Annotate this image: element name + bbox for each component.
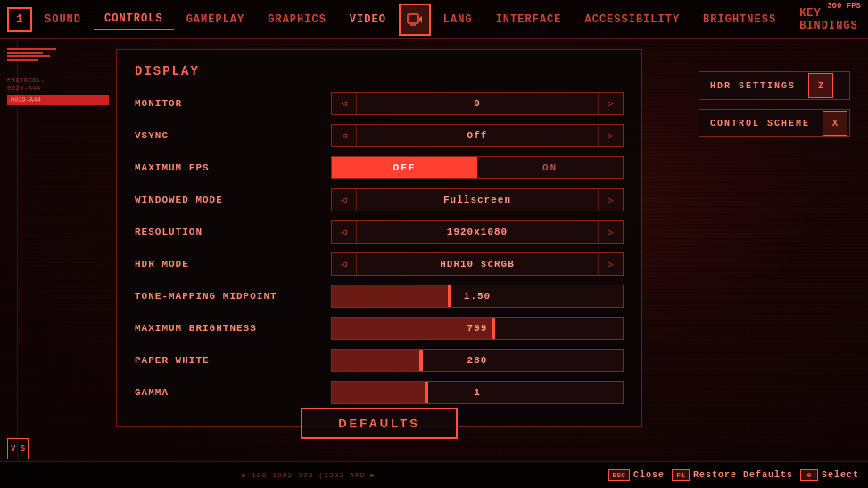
setting-label-windowed: Windowed Mode — [135, 194, 331, 205]
hdr-settings-key: Z — [808, 73, 833, 98]
restore-key: F1 — [672, 469, 690, 481]
setting-label-monitor: Monitor — [135, 98, 331, 109]
resolution-control[interactable]: ◁ 1920x1080 ▷ — [331, 220, 624, 244]
setting-row-tonemapping: Tone-Mapping Midpoint 1.50 — [135, 284, 624, 309]
hdrmode-next[interactable]: ▷ — [598, 253, 623, 275]
vsync-prev[interactable]: ◁ — [332, 125, 357, 146]
windowed-control[interactable]: ◁ Fullscreen ▷ — [331, 188, 624, 211]
left-highlight: 0029-A44 — [7, 95, 109, 105]
nav-item-accessibility[interactable]: ACCESSIBILITY — [574, 10, 690, 29]
hdrmode-control[interactable]: ◁ HDR10 scRGB ▷ — [331, 252, 624, 276]
gamma-slider[interactable]: 1 — [331, 381, 624, 404]
svg-rect-0 — [408, 14, 418, 23]
hdrmode-prev[interactable]: ◁ — [332, 253, 357, 275]
setting-row-paperwhite: Paper White 280 — [135, 348, 624, 373]
defaults-button[interactable]: DEFAULTS — [301, 408, 458, 439]
nav-btn-1[interactable]: 1 — [7, 7, 32, 32]
vsync-next[interactable]: ▷ — [598, 125, 623, 146]
select-key: ⊕ — [800, 469, 818, 481]
setting-label-resolution: Resolution — [135, 227, 331, 237]
nav-item-lang[interactable]: LANG — [433, 10, 484, 29]
hdrmode-value: HDR10 scRGB — [357, 259, 598, 269]
left-code: 0029-A44 — [7, 85, 109, 93]
left-bottom-icon: V S — [7, 438, 29, 459]
panel-title: Display — [135, 64, 624, 79]
nav-item-sound[interactable]: SOUND — [34, 10, 92, 29]
close-key: ESC — [608, 469, 630, 481]
setting-label-vsync: VSync — [135, 130, 331, 141]
nav-item-interface[interactable]: INTERFACE — [485, 10, 573, 29]
nav-item-controls[interactable]: CONTROLS — [94, 9, 174, 30]
setting-row-gamma: Gamma 1 — [135, 380, 624, 405]
select-action[interactable]: ⊕ Select — [800, 469, 859, 481]
resolution-value: 1920x1080 — [357, 227, 598, 237]
top-nav: 1 SOUND CONTROLS GAMEPLAY GRAPHICS VIDEO… — [0, 0, 868, 39]
windowed-prev[interactable]: ◁ — [332, 189, 357, 211]
setting-label-brightness: Maximum Brightness — [135, 323, 331, 334]
maxfps-on[interactable]: ON — [477, 157, 623, 178]
bottom-bar: ◆ 100 1992 293 (2232 AFD ▶ ESC Close F1 … — [0, 461, 868, 488]
setting-label-tonemapping: Tone-Mapping Midpoint — [135, 291, 331, 302]
setting-row-brightness: Maximum Brightness 799 — [135, 316, 624, 341]
resolution-prev[interactable]: ◁ — [332, 221, 357, 243]
nav-video-icon[interactable] — [399, 4, 431, 36]
brightness-slider[interactable]: 799 — [331, 317, 624, 340]
resolution-next[interactable]: ▷ — [598, 221, 623, 243]
restore-defaults-action[interactable]: F1 Restore Defaults — [672, 469, 793, 481]
gamma-value: 1 — [332, 387, 623, 398]
vsync-control[interactable]: ◁ Off ▷ — [331, 124, 624, 147]
bottom-right: ESC Close F1 Restore Defaults ⊕ Select — [608, 469, 859, 481]
setting-label-gamma: Gamma — [135, 387, 331, 398]
defaults-area: DEFAULTS — [116, 408, 642, 439]
left-logo: PROTOCOL: 0029-A44 0029-A44 — [7, 46, 109, 105]
brightness-value: 799 — [332, 323, 623, 334]
nav-item-video[interactable]: VIDEO — [339, 10, 397, 29]
hdr-settings-label: HDR SETTINGS — [699, 81, 806, 91]
paperwhite-value: 280 — [332, 355, 623, 366]
setting-row-monitor: Monitor ◁ 0 ▷ — [135, 91, 624, 116]
vsync-value: Off — [357, 130, 598, 141]
tonemapping-value: 1.50 — [332, 291, 623, 302]
setting-row-windowed: Windowed Mode ◁ Fullscreen ▷ — [135, 187, 624, 212]
bottom-center-text: ◆ 100 1992 293 (2232 AFD ▶ — [241, 471, 376, 479]
monitor-control[interactable]: ◁ 0 ▷ — [331, 92, 624, 115]
nav-item-gameplay[interactable]: GAMEPLAY — [176, 10, 256, 29]
tonemapping-slider[interactable]: 1.50 — [331, 285, 624, 308]
windowed-value: Fullscreen — [357, 194, 598, 205]
setting-row-maxfps: Maximum FPS OFF ON — [135, 155, 624, 180]
monitor-value: 0 — [357, 98, 598, 109]
control-scheme-button[interactable]: CONTROL SCHEME X — [699, 109, 850, 137]
setting-label-paperwhite: Paper White — [135, 355, 331, 366]
monitor-next[interactable]: ▷ — [598, 93, 623, 114]
paperwhite-slider[interactable]: 280 — [331, 349, 624, 372]
control-scheme-label: CONTROL SCHEME — [699, 119, 821, 128]
close-action[interactable]: ESC Close — [608, 469, 665, 481]
monitor-prev[interactable]: ◁ — [332, 93, 357, 114]
main-panel: Display Monitor ◁ 0 ▷ VSync ◁ Off ▷ — [116, 49, 642, 427]
setting-row-hdrmode: HDR Mode ◁ HDR10 scRGB ▷ — [135, 252, 624, 277]
maxfps-toggle[interactable]: OFF ON — [331, 156, 624, 179]
restore-label: Restore Defaults — [693, 470, 793, 480]
nav-item-graphics[interactable]: GRAPHICS — [257, 10, 337, 29]
windowed-next[interactable]: ▷ — [598, 189, 623, 211]
nav-item-brightness[interactable]: BRIGHTNESS — [692, 10, 787, 29]
setting-row-resolution: Resolution ◁ 1920x1080 ▷ — [135, 219, 624, 244]
left-protocol: PROTOCOL: — [7, 77, 109, 85]
close-label: Close — [633, 470, 665, 480]
maxfps-off[interactable]: OFF — [332, 157, 477, 178]
select-label: Select — [822, 470, 859, 480]
hdr-settings-button[interactable]: HDR SETTINGS Z — [699, 71, 850, 100]
setting-label-hdrmode: HDR Mode — [135, 259, 331, 269]
left-panel: PROTOCOL: 0029-A44 0029-A44 — [0, 39, 116, 461]
setting-label-maxfps: Maximum FPS — [135, 162, 331, 173]
fps-counter: 300 FPS — [827, 2, 861, 11]
setting-row-vsync: VSync ◁ Off ▷ — [135, 123, 624, 148]
bottom-center: ◆ 100 1992 293 (2232 AFD ▶ — [241, 471, 376, 479]
right-panel: HDR SETTINGS Z CONTROL SCHEME X — [699, 71, 850, 137]
control-scheme-key: X — [823, 111, 847, 136]
